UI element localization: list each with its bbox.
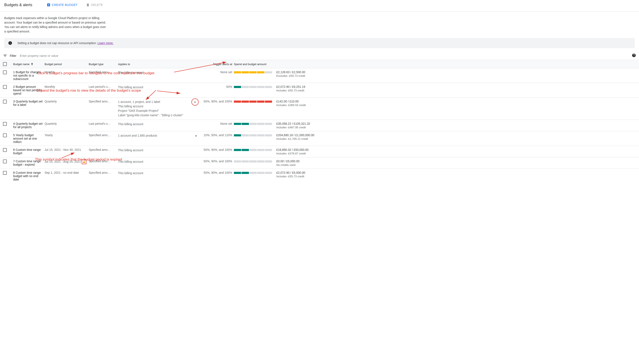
table-row[interactable]: 8 Custom time range budget with no end d… [0, 169, 639, 183]
learn-more-link[interactable]: Learn more. [97, 41, 113, 45]
budget-name-cell[interactable]: 3 Quarterly budget set for a label [13, 100, 43, 106]
row-checkbox[interactable] [3, 134, 7, 137]
add-box-icon [47, 3, 51, 7]
row-checkbox[interactable] [3, 70, 7, 74]
budget-name-cell[interactable]: 6 Custom time range budget [13, 148, 43, 155]
budget-progress-bar[interactable] [234, 149, 272, 151]
info-banner: Setting a budget does not cap resource o… [4, 38, 635, 48]
col-applies-to[interactable]: Applies to [118, 62, 199, 66]
budgets-table: Budget name Budget period Budget type Ap… [0, 60, 639, 183]
info-icon [8, 41, 12, 45]
create-budget-button[interactable]: CREATE BUDGET [45, 2, 79, 8]
budget-type-cell: Last period's s… [89, 85, 116, 88]
row-checkbox[interactable] [3, 171, 7, 175]
budget-progress-bar[interactable] [234, 123, 272, 125]
col-budget-type[interactable]: Budget type [89, 62, 116, 66]
create-budget-label: CREATE BUDGET [52, 3, 78, 6]
page-title: Budgets & alerts [4, 3, 32, 7]
budget-name-cell[interactable]: 2 Budget amount based on last period's s… [13, 85, 43, 95]
applies-to-cell: This billing account [118, 122, 199, 126]
col-spend[interactable]: Spend and budget amount [234, 62, 636, 66]
spend-note: Includes -£487.95 credit [276, 126, 312, 129]
budget-type-cell: Specified amo… [89, 171, 116, 174]
spend-note: Includes -£55.73 credit [276, 89, 312, 92]
filter-label: Filter [10, 54, 16, 58]
trash-icon [86, 3, 90, 7]
page-header: Budgets & alerts CREATE BUDGET DELETE [0, 0, 639, 12]
applies-to-cell: 1 account and 1,685 products [118, 134, 199, 139]
trigger-alerts-cell: None set [220, 122, 232, 125]
spend-note: Includes -£376.67 credit [276, 152, 312, 155]
collapse-row-button[interactable] [191, 98, 199, 106]
table-row[interactable]: 5 Yearly budget amount set at one millio… [0, 131, 639, 146]
budget-name-cell[interactable]: 5 Yearly budget amount set at one millio… [13, 134, 43, 144]
spend-amount: £0.00 / £5,000.00 [276, 160, 312, 163]
col-budget-period[interactable]: Budget period [45, 62, 87, 66]
spend-cell: £18,890.32 / £50,000.00Includes -£376.67… [234, 148, 636, 155]
info-banner-msg: Setting a budget does not cap resource o… [18, 41, 97, 45]
applies-to-cell: This billing account [118, 70, 199, 75]
budget-type-cell: Specified amo… [89, 100, 116, 103]
applies-to-cell: This billing account [118, 85, 199, 90]
budget-period-cell: Monthly [45, 70, 87, 74]
row-checkbox[interactable] [3, 100, 7, 104]
budget-progress-bar[interactable] [234, 100, 272, 103]
budget-progress-bar[interactable] [234, 134, 272, 136]
budget-type-cell: Specified amo… [89, 70, 116, 74]
col-budget-name[interactable]: Budget name [13, 62, 43, 66]
budget-progress-bar[interactable] [234, 86, 272, 88]
row-checkbox[interactable] [3, 148, 7, 152]
spend-amount: £142.00 / £10.00 [276, 100, 312, 103]
chevron-down-icon [194, 134, 198, 138]
spend-cell: £2,128.63 / £2,500.00Excludes -£55.73 cr… [234, 70, 636, 78]
col-trigger-alerts[interactable]: Trigger alerts at [213, 62, 232, 66]
budget-name-cell[interactable]: 8 Custom time range budget with no end d… [13, 171, 43, 181]
spend-cell: £142.00 / £10.00Includes -£365.53 credit [234, 100, 636, 107]
budget-period-cell: Monthly [45, 85, 87, 88]
select-all-checkbox[interactable] [3, 62, 7, 66]
trigger-alerts-cell: 50% [226, 85, 232, 88]
info-banner-text: Setting a budget does not cap resource o… [18, 41, 114, 45]
row-checkbox[interactable] [3, 85, 7, 89]
budget-name-cell[interactable]: 7 Custom time range budget - expired [13, 160, 43, 166]
row-checkbox[interactable] [3, 122, 7, 126]
table-row[interactable]: 2 Budget amount based on last period's s… [0, 83, 639, 97]
applies-to-cell: 1 account, 1 project, and 1 labelThis bi… [118, 100, 199, 118]
budget-type-cell: Specified amo… [89, 134, 116, 137]
budget-name-cell[interactable]: 4 Quarterly budget set for all projects [13, 122, 43, 129]
delete-button[interactable]: DELETE [84, 2, 105, 8]
help-icon[interactable] [632, 53, 636, 58]
spend-amount: £2,072.90 / £5,000.00 [276, 171, 312, 174]
table-row[interactable]: 3 Quarterly budget set for a labelQuarte… [0, 97, 639, 120]
table-row[interactable]: 7 Custom time range budget - expiredJul … [0, 157, 639, 169]
filter-icon [3, 54, 7, 58]
spend-note: Includes -£1,705.12 credit [276, 137, 314, 140]
trigger-alerts-cell: 50%, 90%, and 100% [204, 160, 232, 163]
spend-cell: £35,058.22 / £105,321.32Includes -£487.9… [234, 122, 636, 129]
delete-label: DELETE [91, 3, 103, 6]
trigger-alerts-cell: None set [220, 70, 232, 74]
spend-amount: £204,690.18 / £1,000,000.00 [276, 134, 314, 137]
budget-progress-bar[interactable] [234, 160, 272, 162]
spend-note: Includes -£55.73 credit [276, 175, 312, 178]
table-row[interactable]: 6 Custom time range budgetJul 15, 2021 -… [0, 146, 639, 157]
budget-progress-bar[interactable] [234, 172, 272, 174]
expired-warning-icon [82, 160, 86, 164]
row-checkbox[interactable] [3, 160, 7, 163]
filter-input[interactable] [20, 54, 630, 58]
spend-note: Excludes -£55.73 credit [276, 74, 312, 78]
applies-to-cell: This billing account [118, 148, 199, 152]
spend-note: Includes -£365.53 credit [276, 104, 312, 107]
filter-bar: Filter [0, 52, 639, 60]
budget-type-cell: Specified amo… [89, 148, 116, 152]
sort-asc-icon [30, 62, 34, 66]
budget-progress-bar[interactable] [234, 71, 272, 74]
page-description: Budgets track expenses within a Google C… [0, 12, 110, 36]
table-row[interactable]: 1 Budget for charges not specific to a s… [0, 68, 639, 83]
table-row[interactable]: 4 Quarterly budget set for all projectsQ… [0, 120, 639, 131]
spend-cell: £204,690.18 / £1,000,000.00Includes -£1,… [234, 134, 636, 140]
spend-amount: £18,890.32 / £50,000.00 [276, 148, 312, 152]
budget-name-cell[interactable]: 1 Budget for charges not specific to a s… [13, 70, 43, 80]
budget-type-cell: Last period's s… [89, 122, 116, 125]
expand-row-button[interactable] [194, 134, 199, 139]
